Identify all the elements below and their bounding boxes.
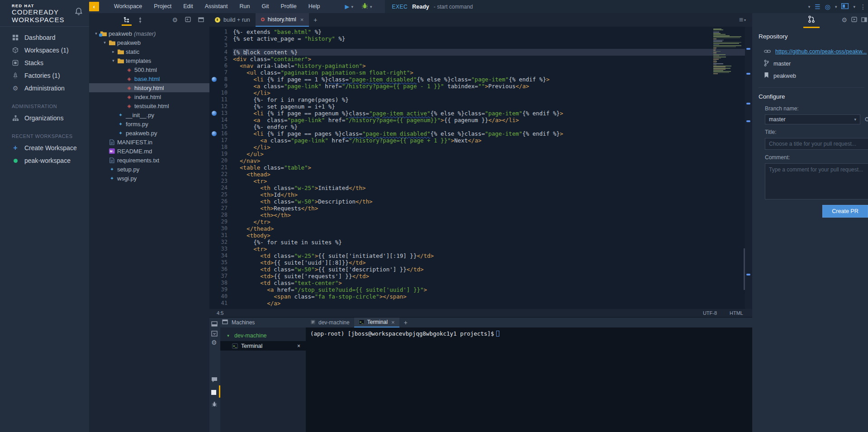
menu-assistant[interactable]: Assistant [199,0,234,13]
tab-history-html[interactable]: history.html × [256,13,309,27]
run-command-icon[interactable]: ▶ [345,3,350,10]
code-line[interactable]: <div class="container"> [233,56,752,62]
menu-git[interactable]: Git [256,0,275,13]
line-number[interactable]: 32 [209,239,233,246]
line-number[interactable]: 12 [209,103,233,110]
line-number[interactable]: 17 [209,137,233,144]
editor-pane-menu[interactable]: ≡ ▾ [739,16,746,24]
code-line[interactable]: <span class="fa fa-stop-circle"></span> [233,293,752,300]
line-number[interactable]: 36 [209,266,233,273]
menu-help[interactable]: Help [303,0,326,13]
menu-project[interactable]: Project [148,0,177,13]
line-number[interactable]: 9 [209,83,233,90]
line-number[interactable]: 7 [209,69,233,76]
line-number[interactable]: 6 [209,62,233,69]
line-number[interactable]: 37 [209,273,233,280]
tree-item-requirements-txt[interactable]: requirements.txt [89,156,209,165]
line-number[interactable]: 34 [209,252,233,259]
tree-item-manifest-in[interactable]: MANIFEST.in [89,138,209,147]
line-number[interactable]: 31 [209,232,233,239]
sidebar-item-factories[interactable]: Factories (1) [0,69,89,82]
ruler-marker[interactable] [746,120,750,122]
tree-item-readme-md[interactable]: M↓README.md [89,147,209,156]
commands-dropdown-chevron[interactable]: ▾ [808,5,811,9]
editor-code[interactable]: {%- extends "base.html" %}{% set active_… [233,27,752,309]
target-dropdown-chevron[interactable]: ▾ [835,5,837,9]
code-line[interactable]: <a class="page-link" href="/history?page… [233,117,752,123]
line-number[interactable]: 35 [209,259,233,266]
machine-terminal-item[interactable]: >_ Terminal × [220,341,306,351]
layout-dropdown-chevron[interactable]: ▾ [853,5,855,9]
ruler-marker[interactable] [746,274,750,275]
ruler-marker[interactable] [746,103,750,104]
line-number[interactable]: 3 [209,42,233,49]
line-number[interactable]: 8 [209,76,233,83]
tree-item-peakweb[interactable]: ▾peakweb [89,38,209,47]
code-line[interactable]: </nav> [233,157,752,164]
new-tab-icon[interactable]: + [309,16,322,24]
line-number[interactable]: 22 [209,171,233,178]
editor-minimap[interactable] [713,28,743,75]
repo-url-link[interactable]: https://github.com/peak-oss/peakw... [775,48,867,55]
tree-item-wsgi-py[interactable]: ✦wsgi.py [89,174,209,183]
tree-item-setup-py[interactable]: ✦setup.py [89,165,209,174]
pr-title-input[interactable] [765,138,868,150]
chevron-down-icon[interactable]: ▾ [93,31,100,36]
chevron-down-icon[interactable]: ▾ [110,58,117,63]
collapse-all-icon[interactable] [137,17,143,23]
code-line[interactable]: </tr> [233,218,752,225]
code-line[interactable]: </li> [233,90,752,96]
line-number[interactable]: 15 [209,123,233,130]
line-number[interactable]: 10 [209,90,233,96]
annotation-marker-icon[interactable] [212,77,217,82]
exec-status-strip[interactable]: EXEC Ready - start command [385,0,808,13]
line-number[interactable]: 26 [209,198,233,205]
explorer-settings-gear-icon[interactable]: ⚙ [172,17,178,23]
code-line[interactable]: <a href="/stop_suite?uuid={{ suite['uuid… [233,286,752,293]
pr-comment-textarea[interactable] [765,163,868,199]
code-line[interactable]: <td>{{ suite['uuid'][:8]}}</td> [233,259,752,266]
line-number[interactable]: 14 [209,117,233,123]
code-line[interactable]: <nav aria-label="history-pagination"> [233,62,752,69]
tab-build-run[interactable]: build + run [209,13,256,27]
ruler-marker[interactable] [746,73,750,75]
code-line[interactable]: {%- extends "base.html" %} [233,28,752,35]
collapse-sidebar-button[interactable]: ‹ [89,2,99,11]
code-line[interactable]: <th>Requests</th> [233,205,752,212]
unpin-panel-icon[interactable] [211,330,218,338]
bug-icon[interactable] [211,401,218,409]
terminal-output[interactable]: (app-root) [jboss@workspacevbpjqg8wbgokc… [306,328,752,432]
annotation-marker-icon[interactable] [212,111,217,116]
pr-panel-run-icon[interactable] [851,16,857,24]
menu-workspace[interactable]: Workspace [108,0,148,13]
chevron-right-icon[interactable]: ▸ [110,49,117,54]
sidebar-item-administration[interactable]: ⚙Administration [0,82,89,95]
code-line[interactable] [233,42,752,49]
encoding-indicator[interactable]: UTF-8 [703,310,717,316]
line-number[interactable]: 24 [209,185,233,191]
code-line[interactable]: <td class="w-50">{{ suite['description']… [233,266,752,273]
run-dropdown-chevron[interactable]: ▾ [351,5,354,9]
code-editor[interactable]: 1234567891011121314151617181920212223242… [209,27,752,309]
layout-icon[interactable] [841,3,849,11]
code-line[interactable]: </a> [233,300,752,307]
menu-run[interactable]: Run [233,0,256,13]
pr-panel-layout-icon[interactable] [861,16,867,24]
tree-item-history-html[interactable]: ◈history.html [89,83,209,92]
tree-item-forms-py[interactable]: ✦forms.py [89,119,209,128]
target-icon[interactable]: ◎ [825,3,830,10]
maximize-panel-icon[interactable] [198,16,204,24]
line-number[interactable]: 13 [209,110,233,117]
line-number[interactable]: 2 [209,35,233,42]
code-line[interactable]: <th class="w-50">Description</th> [233,198,752,205]
code-line[interactable]: {% block content %} [233,49,752,56]
annotation-marker-icon[interactable] [212,131,217,136]
code-line[interactable]: <thead> [233,171,752,178]
code-line[interactable]: <tr> [233,178,752,185]
line-number[interactable]: 30 [209,225,233,232]
filetype-indicator[interactable]: HTML [730,310,743,316]
panel-settings-gear-icon[interactable]: ⚙ [211,339,217,346]
sidebar-item-workspaces[interactable]: Workspaces (1) [0,44,89,57]
import-project-icon[interactable] [185,16,191,24]
code-line[interactable]: <td class="text-center"> [233,280,752,286]
